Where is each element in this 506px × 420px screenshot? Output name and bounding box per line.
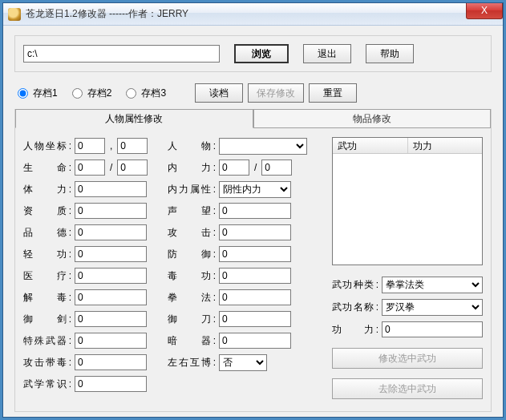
label-pinde: 品 德 [23,226,71,240]
label-renwu: 人 物 [168,139,216,153]
path-panel: 浏览 退出 帮助 [14,35,492,72]
life-slash: / [108,162,114,173]
mid-column: 人 物 内 力 / 内力属性 阴性内力 [168,137,324,406]
label-nlsx: 内力属性 [168,183,216,196]
label-zizhi: 资 质 [23,204,71,218]
save-changes-button[interactable]: 保存修改 [248,83,304,103]
label-gongji: 攻 击 [168,226,216,240]
input-tili[interactable] [75,181,147,197]
select-zyhb[interactable]: 否 [219,354,267,371]
label-shengwang: 声 望 [168,204,216,218]
label-neili: 内 力 [168,161,216,175]
tab-character[interactable]: 人物属性修改 [15,109,253,128]
skill-list-header: 武功 功力 [333,138,482,154]
skill-col-power[interactable]: 功力 [408,138,483,153]
input-fangyu[interactable] [219,246,291,262]
input-teshu[interactable] [75,333,147,349]
input-jiedu[interactable] [75,289,147,305]
input-life-max[interactable] [117,160,148,176]
input-pinde[interactable] [75,224,147,240]
input-dugong[interactable] [219,268,291,284]
select-wgmc[interactable]: 罗汉拳 [382,299,483,316]
save-slot-2[interactable]: 存档2 [72,87,112,100]
save-slot-1-radio[interactable] [18,88,28,99]
label-coord: 人物坐标 [23,139,71,153]
tab-container: 人物属性修改 物品修改 人物坐标 , 生 命 / [14,109,492,412]
right-column: 武功 功力 武功种类 拳掌法类 武功名称 [332,137,483,406]
input-gongji[interactable] [219,224,291,240]
label-yiliao: 医 疗 [23,269,71,283]
load-button[interactable]: 读档 [195,83,243,103]
label-gongli: 功 力 [332,323,378,337]
input-gjdd[interactable] [75,354,147,370]
input-zizhi[interactable] [75,203,147,219]
skill-list[interactable]: 武功 功力 [332,137,483,265]
label-yujian: 御 剑 [23,313,71,326]
save-slot-1-label: 存档1 [33,87,58,100]
label-fangyu: 防 御 [168,248,216,261]
label-quanfa: 拳 法 [168,291,216,305]
label-tili: 体 力 [23,183,71,196]
label-wgmc: 武功名称 [332,301,378,314]
save-slot-3[interactable]: 存档3 [126,87,166,100]
input-neili-cur[interactable] [219,160,249,176]
input-yujian[interactable] [75,311,147,327]
input-yiliao[interactable] [75,268,147,284]
save-slot-row: 存档1 存档2 存档3 读档 保存修改 重置 [14,82,492,109]
label-yudao: 御 刀 [168,313,216,326]
input-neili-max[interactable] [261,160,292,176]
window-title: 苍龙逐日1.2修改器 ------作者：JERRY [26,7,188,21]
neili-slash: / [253,162,258,173]
input-shengwang[interactable] [219,203,291,219]
app-icon [8,8,21,21]
help-button[interactable]: 帮助 [366,44,414,63]
save-slot-3-radio[interactable] [126,88,136,99]
input-qinggong[interactable] [75,246,147,262]
save-slot-3-label: 存档3 [141,87,166,100]
tab-items[interactable]: 物品修改 [253,109,492,128]
label-wxcs: 武学常识 [23,378,71,391]
input-quanfa[interactable] [219,289,291,305]
select-nlsx[interactable]: 阴性内力 [219,181,291,198]
path-input[interactable] [23,45,220,63]
label-anqi: 暗 器 [168,334,216,348]
select-wgzl[interactable]: 拳掌法类 [382,277,483,293]
input-gongli[interactable] [382,321,483,337]
save-slot-2-label: 存档2 [87,87,112,100]
label-teshu: 特殊武器 [23,334,71,348]
reset-button[interactable]: 重置 [309,83,357,103]
close-button[interactable]: X [466,3,503,19]
input-coord-y[interactable] [117,138,148,154]
titlebar: 苍龙逐日1.2修改器 ------作者：JERRY X [3,3,503,26]
input-wxcs[interactable] [75,376,147,392]
browse-button[interactable]: 浏览 [234,44,289,63]
coord-comma: , [108,140,114,151]
label-dugong: 毒 功 [168,269,216,283]
left-column: 人物坐标 , 生 命 / 体 力 资 质 品 德 轻 功 [23,137,160,406]
label-gjdd: 攻击带毒 [23,356,71,370]
modify-skill-button[interactable]: 修改选中武功 [332,348,483,369]
save-slot-1[interactable]: 存档1 [18,87,58,100]
input-anqi[interactable] [219,333,291,349]
exit-button[interactable]: 退出 [303,44,351,63]
remove-skill-button[interactable]: 去除选中武功 [332,378,483,399]
label-wgzl: 武功种类 [332,278,378,292]
skill-col-name[interactable]: 武功 [333,138,408,153]
input-coord-x[interactable] [75,138,105,154]
input-yudao[interactable] [219,311,291,327]
label-jiedu: 解 毒 [23,291,71,305]
label-life: 生 命 [23,161,71,175]
save-slot-2-radio[interactable] [72,88,83,99]
label-zyhb: 左右互博 [168,356,216,370]
select-renwu[interactable] [219,138,307,155]
label-qinggong: 轻 功 [23,248,71,261]
input-life-cur[interactable] [75,160,105,176]
